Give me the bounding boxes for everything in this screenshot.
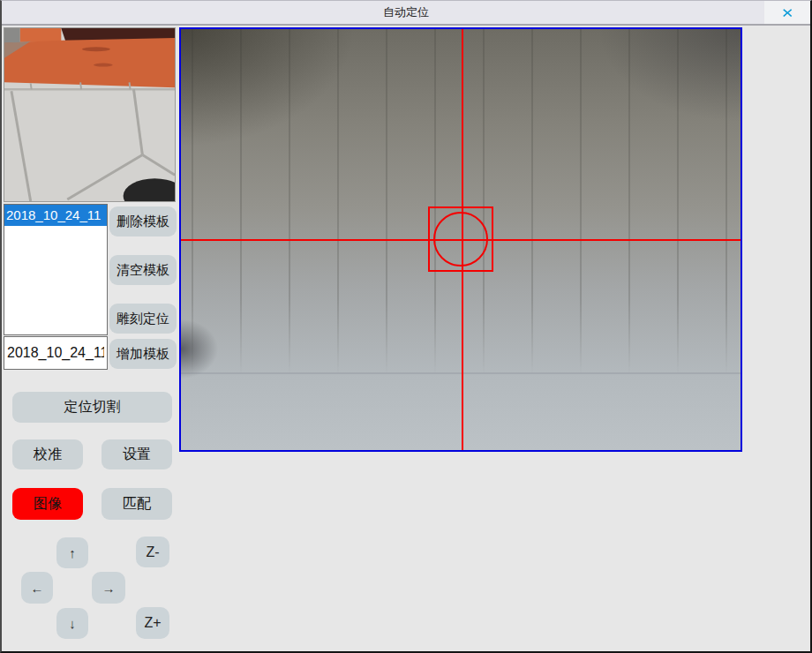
jog-left-button[interactable]: ← — [21, 572, 53, 604]
jog-right-button[interactable]: → — [92, 572, 125, 604]
jog-down-button[interactable]: ↓ — [56, 608, 88, 639]
camera-feed — [181, 29, 741, 450]
roi-circle — [433, 212, 488, 266]
window-title: 自动定位 — [2, 1, 810, 24]
clear-templates-button[interactable]: 清空模板 — [109, 255, 177, 285]
ceiling-edge-line — [181, 372, 741, 374]
auto-positioning-window: 自动定位 ✕ — [0, 0, 812, 653]
template-thumbnail — [4, 27, 176, 202]
image-button[interactable]: 图像 — [12, 488, 83, 520]
arrow-left-icon: ← — [31, 581, 44, 596]
add-template-button[interactable]: 增加模板 — [109, 339, 177, 369]
settings-button[interactable]: 设置 — [102, 439, 172, 469]
template-list-item[interactable]: 2018_10_24_11 — [4, 205, 107, 226]
arrow-up-icon: ↑ — [69, 545, 76, 560]
jog-up-button[interactable]: ↑ — [56, 537, 88, 568]
close-button[interactable]: ✕ — [764, 1, 810, 24]
template-list[interactable]: 2018_10_24_11 — [4, 204, 108, 335]
position-cut-button[interactable]: 定位切割 — [12, 392, 172, 423]
thumbnail-image — [4, 28, 175, 201]
calibrate-button[interactable]: 校准 — [12, 439, 83, 469]
template-name-input[interactable] — [4, 336, 108, 370]
delete-template-button[interactable]: 删除模板 — [109, 206, 177, 236]
arrow-down-icon: ↓ — [69, 616, 76, 631]
z-minus-button[interactable]: Z- — [136, 537, 169, 567]
camera-view — [179, 27, 742, 452]
titlebar: 自动定位 ✕ — [2, 1, 810, 26]
close-icon: ✕ — [781, 6, 793, 19]
arrow-right-icon: → — [102, 581, 116, 596]
ceiling-panel-lines — [181, 29, 741, 374]
match-button[interactable]: 匹配 — [102, 488, 172, 520]
z-plus-button[interactable]: Z+ — [136, 607, 169, 639]
engrave-position-button[interactable]: 雕刻定位 — [109, 304, 177, 334]
